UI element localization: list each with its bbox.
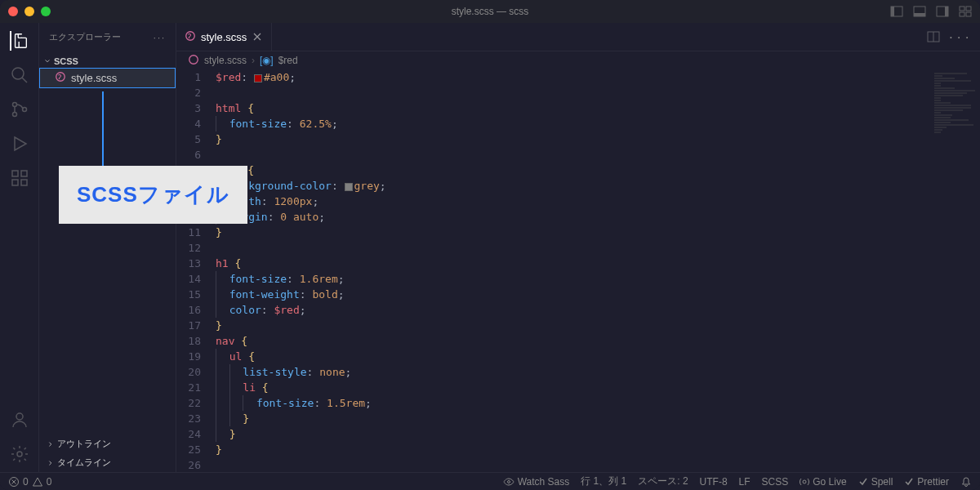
variable-icon: [◉] [260, 55, 274, 66]
chevron-right-icon [47, 441, 54, 448]
breadcrumb-file[interactable]: style.scss [204, 55, 247, 66]
timeline-section[interactable]: タイムライン [39, 453, 176, 472]
svg-rect-3 [914, 13, 925, 16]
status-spell[interactable]: Spell [858, 474, 893, 488]
sidebar-header: エクスプローラー ··· [39, 23, 176, 51]
traffic-lights [8, 7, 51, 16]
tab-actions: ··· [919, 23, 980, 51]
tab-label: style.scss [201, 31, 247, 43]
sidebar: エクスプローラー ··· SCSS style.scss アウト [39, 23, 176, 472]
status-encoding[interactable]: UTF-8 [700, 474, 728, 488]
code-area[interactable]: 1234567891011121314151617181920212223242… [176, 69, 980, 472]
sidebar-folder-section: SCSS style.scss [39, 51, 176, 91]
status-language[interactable]: SCSS [762, 474, 789, 488]
maximize-window-button[interactable] [41, 7, 51, 16]
run-debug-icon[interactable] [10, 134, 29, 154]
status-watch-sass[interactable]: Watch Sass [503, 474, 570, 488]
svg-point-10 [12, 68, 24, 79]
scss-file-icon [55, 71, 66, 85]
svg-rect-19 [21, 171, 27, 176]
svg-point-21 [17, 452, 22, 457]
scss-file-icon [185, 30, 196, 44]
status-problems[interactable]: 0 0 [8, 476, 51, 488]
more-actions-icon[interactable]: ··· [948, 31, 972, 43]
breadcrumb-symbol[interactable]: $red [278, 55, 298, 66]
annotation-connector [102, 91, 104, 167]
outline-section[interactable]: アウトライン [39, 434, 176, 453]
line-numbers: 1234567891011121314151617181920212223242… [176, 69, 216, 472]
split-editor-icon[interactable] [927, 30, 940, 43]
layout-panel-icon[interactable] [913, 5, 926, 18]
svg-rect-8 [960, 12, 964, 16]
window-title: style.scss — scss [452, 6, 529, 17]
sidebar-title: エクスプローラー [49, 31, 121, 43]
close-icon[interactable] [252, 31, 263, 42]
warning-icon [32, 476, 43, 488]
status-notifications[interactable] [960, 474, 972, 488]
project-folder[interactable]: SCSS [39, 55, 176, 68]
status-eol[interactable]: LF [739, 474, 751, 488]
project-name: SCSS [54, 56, 78, 66]
error-count: 0 [23, 476, 29, 488]
titlebar-actions [890, 5, 972, 18]
layout-sidebar-right-icon[interactable] [936, 5, 949, 18]
svg-point-13 [12, 113, 16, 117]
status-indent[interactable]: スペース: 2 [638, 474, 688, 488]
breadcrumbs[interactable]: style.scss › [◉] $red [176, 51, 980, 69]
check-icon [858, 477, 868, 487]
extensions-icon[interactable] [10, 168, 29, 188]
error-icon [8, 476, 20, 488]
file-name: style.scss [71, 72, 117, 84]
status-cursor[interactable]: 行 1、列 1 [581, 474, 626, 488]
svg-rect-17 [12, 180, 18, 185]
search-icon[interactable] [10, 65, 29, 85]
chevron-right-icon [47, 460, 54, 466]
statusbar: 0 0 Watch Sass 行 1、列 1 スペース: 2 UTF-8 LF … [0, 472, 980, 490]
svg-rect-6 [960, 7, 964, 11]
code-content[interactable]: $red: #a00;html { font-size: 62.5%;}body… [216, 69, 980, 472]
titlebar: style.scss — scss [0, 0, 980, 23]
broadcast-icon [800, 477, 809, 487]
check-icon [904, 477, 914, 487]
tabs: style.scss ··· [176, 23, 980, 51]
warning-count: 0 [47, 476, 52, 488]
tab-style-scss[interactable]: style.scss [176, 23, 272, 51]
minimize-window-button[interactable] [24, 7, 34, 16]
source-control-icon[interactable] [10, 100, 29, 119]
svg-rect-18 [21, 180, 27, 185]
annotation-callout: SCSSファイル [59, 166, 247, 224]
svg-rect-7 [966, 7, 971, 11]
svg-marker-15 [15, 137, 26, 150]
explorer-icon[interactable] [10, 31, 29, 51]
eye-icon [503, 476, 514, 488]
svg-point-26 [189, 55, 198, 64]
svg-point-29 [803, 480, 806, 483]
bell-icon [960, 476, 972, 488]
svg-point-28 [507, 480, 510, 483]
window: style.scss — scss [0, 0, 980, 490]
file-style-scss[interactable]: style.scss [39, 68, 176, 88]
chevron-down-icon [44, 58, 51, 65]
editor-area: style.scss ··· style.scss › [◉] $red 123… [176, 23, 980, 472]
svg-rect-9 [966, 12, 971, 16]
status-prettier[interactable]: Prettier [904, 474, 949, 488]
sidebar-more-icon[interactable]: ··· [154, 33, 166, 42]
settings-icon[interactable] [10, 444, 29, 464]
svg-point-12 [12, 103, 16, 107]
scss-file-icon [188, 54, 199, 68]
annotation-text: SCSSファイル [77, 182, 229, 207]
timeline-label: タイムライン [57, 457, 111, 469]
outline-label: アウトライン [57, 438, 111, 450]
main-area: エクスプローラー ··· SCSS style.scss アウト [0, 23, 980, 472]
sidebar-bottom-sections: アウトライン タイムライン [39, 434, 176, 472]
svg-line-11 [22, 78, 27, 82]
layout-customize-icon[interactable] [959, 5, 972, 18]
svg-rect-16 [12, 171, 18, 176]
minimap[interactable] [931, 69, 980, 472]
svg-rect-5 [945, 7, 948, 16]
accounts-icon[interactable] [10, 410, 29, 430]
svg-point-20 [16, 413, 23, 420]
close-window-button[interactable] [8, 7, 18, 16]
layout-sidebar-left-icon[interactable] [890, 5, 903, 18]
status-golive[interactable]: Go Live [800, 474, 846, 488]
